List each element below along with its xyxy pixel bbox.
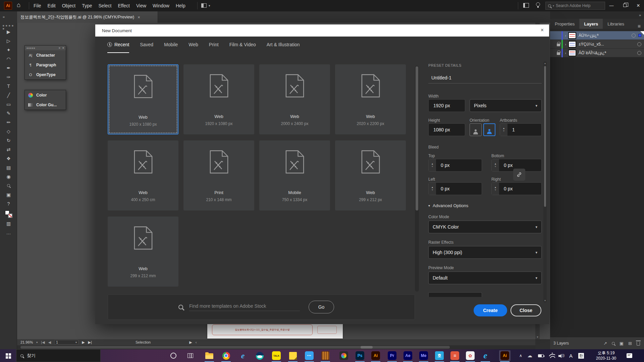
layer-target-icon[interactable] — [632, 34, 636, 38]
action-center-icon[interactable] — [627, 349, 632, 362]
template-card[interactable]: Web 299 x 212 mm — [108, 217, 178, 287]
step-down-icon[interactable]: ▼ — [494, 165, 497, 168]
wifi-icon[interactable] — [549, 349, 555, 362]
height-input[interactable]: 1080 px — [428, 123, 465, 136]
menu-select[interactable]: Select — [99, 3, 112, 8]
tab-properties[interactable]: Properties — [550, 19, 579, 29]
workspace-switcher-icon[interactable] — [201, 3, 207, 8]
nav-first-icon[interactable]: |◀ — [41, 340, 45, 345]
after-effects-button[interactable]: Ae — [402, 350, 414, 361]
go-button[interactable]: Go — [309, 301, 334, 313]
layer-thumbnail[interactable] — [568, 41, 576, 48]
step-up-icon[interactable]: ▲ — [431, 163, 434, 165]
step-up-icon[interactable]: ▲ — [494, 186, 497, 189]
expand-chevron-icon[interactable]: › — [563, 34, 568, 38]
dock-collapse-icon[interactable]: » — [639, 13, 641, 17]
eraser-tool[interactable]: ◇ — [4, 128, 13, 135]
lock-toggle[interactable] — [555, 42, 561, 46]
layer-thumbnail[interactable] — [568, 32, 576, 39]
stepper-arrows[interactable]: ▲▼ — [492, 183, 499, 195]
make-clipping-mask-icon[interactable]: ▣ — [620, 341, 624, 346]
menu-help[interactable]: Help — [176, 3, 185, 8]
fill-stroke-swatches[interactable] — [5, 210, 12, 218]
home-icon[interactable]: ⌂ — [17, 1, 20, 9]
nav-next-icon[interactable]: ▶ — [82, 340, 85, 345]
bleed-top-value[interactable]: 0 px — [436, 159, 482, 171]
panel-item-color[interactable]: Color — [25, 90, 66, 100]
artboards-value[interactable]: 1 — [507, 124, 541, 136]
cortana-button[interactable] — [168, 350, 179, 361]
arrange-documents-icon[interactable] — [523, 3, 529, 8]
kakaotalk-button[interactable]: TALK — [271, 350, 282, 361]
template-card[interactable]: Print 210 x 148 mm — [183, 140, 254, 210]
tab-recent[interactable]: Recent — [107, 42, 129, 53]
jeontong-button[interactable] — [320, 350, 331, 361]
stroke-swatch[interactable] — [8, 214, 12, 218]
width-input[interactable]: 1920 px — [428, 99, 465, 112]
rotate-tool[interactable]: ↻ — [4, 137, 13, 144]
panel-item-character[interactable]: A| Character — [25, 50, 66, 60]
tab-mobile[interactable]: Mobile — [164, 42, 178, 53]
scroll-down-icon[interactable]: ▾ — [535, 336, 540, 339]
templates-scroll-thumb[interactable] — [416, 66, 418, 210]
document-name-field[interactable]: Untitled-1 — [428, 72, 542, 83]
bleed-left-value[interactable]: 0 px — [436, 183, 482, 195]
close-button[interactable]: ✕ — [633, 0, 644, 11]
menu-effect[interactable]: Effect — [118, 3, 130, 8]
artboard-tool[interactable]: ▣ — [4, 191, 13, 198]
templates-scrollbar[interactable] — [415, 66, 419, 292]
task-view-button[interactable] — [184, 350, 196, 361]
menu-type[interactable]: Type — [82, 3, 92, 8]
panel-item-opentype[interactable]: O OpenType — [25, 70, 66, 79]
layer-name[interactable]: ÃÖ´ëÀÎ¼â¿µ¿ª — [576, 51, 637, 55]
scroll-down-icon[interactable]: ▾ — [543, 299, 547, 302]
bleed-right-value[interactable]: 0 px — [499, 183, 541, 195]
edge-button[interactable]: e — [480, 350, 491, 361]
battery-icon[interactable] — [538, 349, 544, 362]
photoshop-button[interactable]: Ps — [354, 350, 366, 361]
taskbar-search-input[interactable]: 찾기 — [16, 349, 101, 362]
panel-menu-icon[interactable]: ≡ — [638, 23, 644, 29]
shape-builder-tool[interactable]: ❖ — [4, 155, 13, 162]
artboards-stepper[interactable]: ▲▼ 1 — [500, 123, 542, 136]
restore-button[interactable] — [619, 0, 631, 11]
tray-chevron-icon[interactable]: ∧ — [519, 349, 522, 362]
template-card[interactable]: Web 2020 x 2200 px — [335, 64, 406, 134]
bleed-top-stepper[interactable]: ▲▼ 0 px — [428, 159, 482, 172]
band-button[interactable]: ••• — [304, 350, 315, 361]
orientation-portrait-button[interactable] — [470, 123, 482, 136]
preset-scrollbar[interactable]: ▴ ▾ — [543, 61, 547, 303]
direct-selection-tool[interactable]: ▷ — [4, 37, 13, 44]
stepper-arrows[interactable]: ▲▼ — [429, 183, 436, 195]
panel-expand-icon[interactable]: » — [59, 46, 60, 50]
stepper-arrows[interactable]: ▲▼ — [429, 159, 436, 171]
status-expand-icon[interactable]: ▶ — [189, 340, 192, 345]
pencil-tool[interactable]: ✏ — [4, 119, 13, 126]
nav-prev-icon[interactable]: ◀ — [48, 340, 51, 345]
layer-thumbnail[interactable] — [568, 50, 576, 56]
color-mode-dropdown[interactable]: CMYK Color ▾ — [428, 221, 542, 233]
whale-browser-button[interactable] — [254, 350, 265, 361]
layer-target-icon[interactable] — [637, 42, 641, 46]
discover-lightbulb-icon[interactable] — [536, 2, 540, 6]
screen-mode-tool[interactable]: ▥ — [4, 220, 13, 227]
file-explorer-button[interactable] — [204, 350, 215, 361]
panel-close-icon[interactable]: × — [62, 46, 64, 50]
tab-film-video[interactable]: Film & Video — [229, 42, 256, 53]
sticky-note-button[interactable] — [287, 350, 299, 361]
scroll-up-icon[interactable]: ▴ — [543, 62, 547, 65]
step-down-icon[interactable]: ▼ — [431, 189, 434, 191]
template-card[interactable]: Web 2000 x 2400 px — [259, 64, 330, 134]
nav-last-icon[interactable]: ▶| — [88, 340, 92, 345]
stock-search-placeholder[interactable]: Find more templates on Adobe Stock — [189, 303, 300, 311]
tab-close-icon[interactable]: × — [138, 15, 140, 20]
step-down-icon[interactable]: ▼ — [503, 130, 505, 132]
tab-web[interactable]: Web — [189, 42, 198, 53]
hancom-pdf-button[interactable]: ✿ — [465, 350, 476, 361]
step-up-icon[interactable]: ▲ — [503, 127, 505, 130]
workspace-chevron-icon[interactable]: ▾ — [209, 4, 210, 7]
zoom-level[interactable]: 21.96% — [20, 340, 33, 344]
rectangle-tool[interactable]: ▭ — [4, 101, 13, 108]
tab-saved[interactable]: Saved — [140, 42, 153, 53]
layer-row[interactable]: › ±ÝÇü¼±_x5... — [550, 40, 644, 49]
